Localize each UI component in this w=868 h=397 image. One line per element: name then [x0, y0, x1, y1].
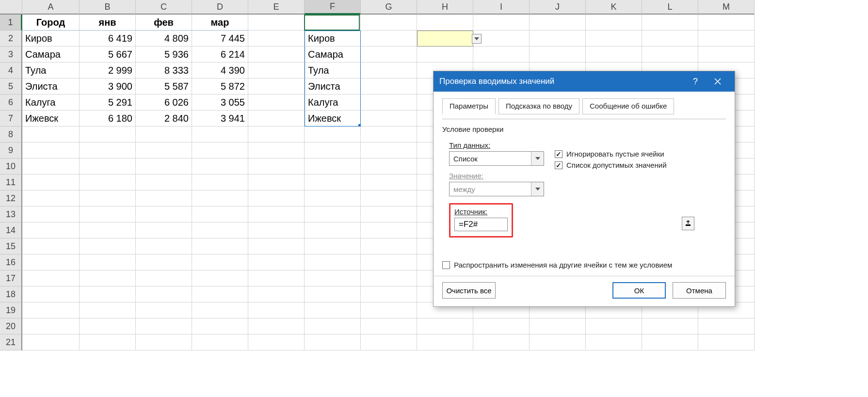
cell[interactable] [136, 143, 192, 159]
cell[interactable]: 6 026 [136, 95, 192, 111]
cell[interactable] [22, 159, 80, 175]
cell[interactable] [192, 286, 248, 302]
cell[interactable] [642, 15, 698, 31]
cell[interactable] [192, 334, 248, 350]
cell[interactable] [22, 254, 80, 270]
cell[interactable] [305, 159, 361, 175]
cell[interactable] [361, 95, 417, 111]
cell[interactable] [80, 302, 136, 318]
cell[interactable] [248, 175, 305, 191]
cell[interactable] [80, 270, 136, 286]
cell[interactable]: 2 999 [80, 63, 136, 79]
cell[interactable] [22, 127, 80, 143]
cell[interactable] [80, 238, 136, 254]
cell[interactable]: 7 445 [192, 31, 248, 47]
row-header[interactable]: 13 [0, 206, 22, 222]
col-header[interactable]: A [22, 0, 80, 15]
cell[interactable] [305, 334, 361, 350]
cell[interactable]: 4 809 [136, 31, 192, 47]
cell[interactable]: Калуга [305, 95, 361, 111]
cell[interactable] [361, 127, 417, 143]
cell[interactable]: 5 667 [80, 47, 136, 63]
cell[interactable] [136, 238, 192, 254]
validation-cell[interactable] [417, 31, 473, 47]
cell[interactable]: фев [136, 15, 192, 31]
cell[interactable]: Элиста [22, 79, 80, 95]
cell[interactable] [698, 318, 755, 334]
cell[interactable] [361, 159, 417, 175]
cell[interactable] [698, 47, 755, 63]
cell[interactable] [305, 222, 361, 238]
cell[interactable] [305, 127, 361, 143]
cell[interactable] [192, 191, 248, 206]
cell[interactable] [80, 175, 136, 191]
cell[interactable] [136, 270, 192, 286]
cell[interactable] [248, 334, 305, 350]
cell[interactable] [248, 143, 305, 159]
cell[interactable]: 5 872 [192, 79, 248, 95]
cell[interactable]: Ижевск [305, 111, 361, 127]
cell[interactable] [305, 286, 361, 302]
cell[interactable]: мар [192, 15, 248, 31]
tab-parameters[interactable]: Параметры [442, 98, 496, 114]
row-header[interactable]: 11 [0, 175, 22, 191]
cell[interactable] [361, 111, 417, 127]
cell[interactable] [305, 191, 361, 206]
cell[interactable] [586, 318, 642, 334]
row-header[interactable]: 17 [0, 270, 22, 286]
data-validation-dialog[interactable]: Проверка вводимых значений ? Параметры П… [433, 71, 735, 307]
cell[interactable] [22, 286, 80, 302]
cell[interactable] [698, 15, 755, 31]
row-header[interactable]: 5 [0, 79, 22, 95]
cell[interactable] [136, 334, 192, 350]
cell[interactable] [361, 302, 417, 318]
cell[interactable] [361, 15, 417, 31]
cell[interactable] [248, 222, 305, 238]
cell[interactable] [192, 270, 248, 286]
cell[interactable] [136, 206, 192, 222]
cell[interactable] [305, 143, 361, 159]
cancel-button[interactable]: Отмена [673, 282, 726, 299]
cell[interactable] [80, 254, 136, 270]
cell[interactable]: Элиста [305, 79, 361, 95]
cell[interactable] [361, 31, 417, 47]
cell[interactable] [22, 238, 80, 254]
cell[interactable] [248, 191, 305, 206]
cell[interactable]: 5 587 [136, 79, 192, 95]
cell[interactable] [192, 302, 248, 318]
cell[interactable] [192, 159, 248, 175]
cell[interactable] [417, 334, 473, 350]
cell[interactable] [136, 302, 192, 318]
cell[interactable] [361, 47, 417, 63]
cell[interactable] [305, 175, 361, 191]
clear-all-button[interactable]: Очистить все [442, 282, 496, 299]
cell[interactable]: 4 390 [192, 63, 248, 79]
cell[interactable] [361, 175, 417, 191]
cell[interactable]: 8 333 [136, 63, 192, 79]
cell[interactable] [361, 63, 417, 79]
cell[interactable] [192, 254, 248, 270]
cell[interactable]: 6 214 [192, 47, 248, 63]
range-picker-button[interactable] [682, 217, 694, 230]
cell[interactable]: Ижевск [22, 111, 80, 127]
cell[interactable] [642, 31, 698, 47]
cell[interactable] [361, 143, 417, 159]
cell[interactable] [80, 206, 136, 222]
cell[interactable] [586, 15, 642, 31]
cell[interactable] [361, 286, 417, 302]
close-button[interactable] [707, 71, 729, 92]
row-header[interactable]: 9 [0, 143, 22, 159]
cell[interactable] [136, 286, 192, 302]
cell[interactable] [22, 175, 80, 191]
cell[interactable]: Самара [22, 47, 80, 63]
cell[interactable] [305, 206, 361, 222]
cell[interactable] [22, 222, 80, 238]
dropdown-button[interactable] [472, 34, 482, 44]
cell[interactable] [586, 31, 642, 47]
col-header[interactable]: F [305, 0, 361, 15]
row-header[interactable]: 14 [0, 222, 22, 238]
cell[interactable] [192, 175, 248, 191]
cell[interactable] [361, 318, 417, 334]
cell[interactable] [530, 47, 586, 63]
cell[interactable] [248, 318, 305, 334]
